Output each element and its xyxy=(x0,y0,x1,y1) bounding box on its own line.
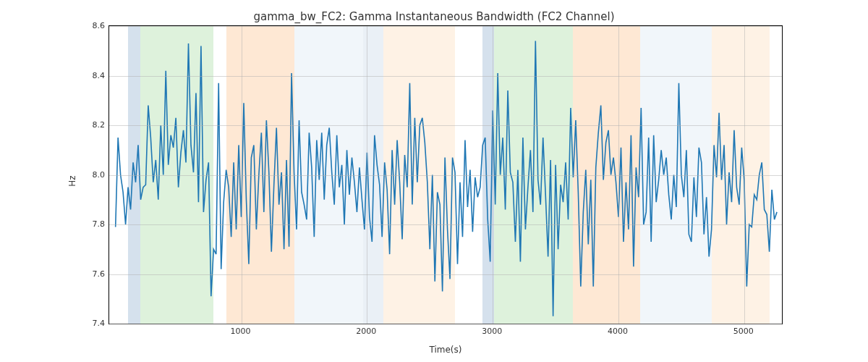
ytick-label: 7.8 xyxy=(76,219,105,229)
xtick-label: 1000 xyxy=(231,327,251,336)
x-axis-label: Time(s) xyxy=(109,345,783,355)
plot-area xyxy=(109,25,783,324)
ytick-label: 8.6 xyxy=(76,21,105,30)
ytick-label: 7.6 xyxy=(76,269,105,278)
gridline-h xyxy=(109,274,782,275)
gridline-h xyxy=(109,26,782,27)
gridline-v xyxy=(618,26,619,324)
gridline-v xyxy=(744,26,745,324)
xtick-label: 4000 xyxy=(608,327,628,336)
xtick-label: 2000 xyxy=(356,327,376,336)
gridline-v xyxy=(367,26,367,324)
gridline-v xyxy=(493,26,493,324)
xtick-label: 5000 xyxy=(733,327,754,336)
gridline-h xyxy=(109,324,782,324)
gridline-h xyxy=(109,224,782,225)
series-line xyxy=(116,41,777,316)
ytick-label: 7.4 xyxy=(76,319,105,328)
ytick-label: 8.0 xyxy=(76,169,105,179)
gridline-h xyxy=(109,76,782,77)
ytick-label: 8.2 xyxy=(76,120,105,130)
ytick-label: 8.4 xyxy=(76,70,105,80)
chart-title: gamma_bw_FC2: Gamma Instantaneous Bandwi… xyxy=(0,10,868,23)
figure: gamma_bw_FC2: Gamma Instantaneous Bandwi… xyxy=(0,0,868,362)
gridline-v xyxy=(242,26,242,324)
gridline-h xyxy=(109,175,782,176)
xtick-label: 3000 xyxy=(482,327,502,336)
gridline-h xyxy=(109,125,782,126)
